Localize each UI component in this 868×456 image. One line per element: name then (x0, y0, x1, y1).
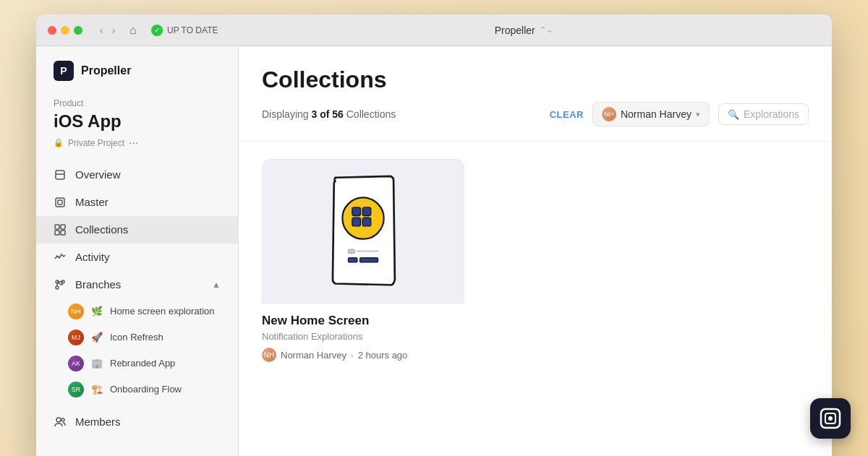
user-filter-dropdown[interactable]: NH Norman Harvey ▾ (592, 102, 710, 126)
branch-item-home-exploration[interactable]: NH 🌿 Home screen exploration (36, 298, 238, 324)
title-bar: ‹ › ⌂ ✓ UP TO DATE Propeller ⌃⌄ (36, 14, 832, 46)
content-meta: Displaying 3 of 56 Collections CLEAR NH … (262, 102, 809, 126)
svg-rect-22 (360, 258, 378, 262)
svg-rect-21 (348, 258, 357, 262)
collection-card[interactable]: New Home Screen Notification Exploration… (262, 159, 464, 372)
abstract-app-icon[interactable] (810, 398, 851, 439)
project-label: Product (54, 98, 221, 108)
clear-button[interactable]: CLEAR (550, 109, 584, 120)
phone-sketch-svg (316, 170, 410, 293)
author-name: Norman Harvey (281, 350, 346, 361)
svg-point-12 (56, 418, 61, 422)
svg-rect-5 (61, 225, 65, 229)
time-ago: 2 hours ago (358, 350, 408, 361)
traffic-lights (48, 26, 82, 35)
minimize-button[interactable] (61, 26, 69, 35)
filters: CLEAR NH Norman Harvey ▾ 🔍 Explorations (550, 102, 809, 126)
window-title: Propeller ⌃⌄ (226, 25, 820, 36)
activity-label: Activity (75, 251, 110, 263)
content-header: Collections Displaying 3 of 56 Collectio… (239, 46, 832, 142)
lock-icon: 🔒 (54, 138, 64, 147)
project-meta: 🔒 Private Project ··· (54, 137, 221, 150)
branches-label: Branches (75, 278, 121, 291)
branch-icon-4: 🏗️ (91, 384, 103, 395)
project-meta-text: Private Project (68, 138, 124, 148)
branch-icon-1: 🌿 (91, 306, 103, 317)
collections-icon (54, 223, 67, 236)
branch-icon-3: 🏢 (91, 358, 103, 369)
sidebar: P Propeller Product iOS App 🔒 Private Pr… (36, 46, 239, 456)
sidebar-nav: Overview Master (36, 161, 238, 456)
members-icon (54, 416, 67, 429)
home-button[interactable]: ⌂ (129, 24, 137, 37)
branch-avatar-4: SR (68, 382, 84, 397)
svg-rect-3 (58, 200, 62, 205)
sidebar-item-master[interactable]: Master (36, 189, 238, 216)
svg-point-9 (56, 286, 59, 289)
sync-status: ✓ UP TO DATE (151, 25, 218, 36)
dropdown-chevron-icon: ▾ (696, 110, 700, 119)
main-layout: P Propeller Product iOS App 🔒 Private Pr… (36, 46, 832, 456)
card-author: NH Norman Harvey · 2 hours ago (262, 348, 464, 362)
svg-rect-18 (362, 218, 371, 226)
more-options-button[interactable]: ··· (129, 137, 138, 150)
sidebar-item-branches[interactable]: Branches ▲ (36, 271, 238, 298)
branch-avatar-3: AK (68, 356, 84, 371)
app-name: Propeller (81, 64, 131, 77)
card-preview (262, 159, 464, 304)
branches-list: NH 🌿 Home screen exploration MJ 🚀 Icon R… (36, 298, 238, 408)
content-body: New Home Screen Notification Exploration… (239, 142, 832, 456)
card-subtitle: Notification Explorations (262, 331, 464, 342)
sidebar-logo: P Propeller (36, 46, 238, 93)
svg-rect-6 (55, 231, 59, 235)
app-window: ‹ › ⌂ ✓ UP TO DATE Propeller ⌃⌄ P Propel… (36, 14, 832, 456)
author-avatar: NH (262, 348, 276, 362)
author-separator: · (351, 350, 354, 361)
svg-rect-2 (56, 198, 64, 207)
back-button[interactable]: ‹ (97, 23, 106, 38)
branch-avatar-1: NH (68, 304, 84, 319)
close-button[interactable] (48, 26, 56, 35)
search-icon: 🔍 (728, 109, 739, 120)
branch-item-icon-refresh[interactable]: MJ 🚀 Icon Refresh (36, 324, 238, 350)
card-info: New Home Screen Notification Exploration… (262, 304, 464, 372)
branch-item-onboarding-flow[interactable]: SR 🏗️ Onboarding Flow (36, 377, 238, 403)
content-area: Collections Displaying 3 of 56 Collectio… (239, 46, 832, 456)
branch-label-1: Home screen exploration (110, 306, 215, 317)
svg-rect-19 (348, 249, 354, 253)
svg-rect-4 (55, 225, 59, 229)
svg-rect-17 (352, 218, 361, 226)
activity-icon (54, 251, 67, 264)
maximize-button[interactable] (74, 26, 82, 35)
sidebar-item-activity[interactable]: Activity (36, 244, 238, 271)
project-section: Product iOS App 🔒 Private Project ··· (36, 93, 238, 161)
overview-label: Overview (75, 168, 121, 181)
branch-avatar-2: MJ (68, 330, 84, 345)
branch-label-3: Rebranded App (110, 358, 175, 369)
svg-rect-0 (56, 171, 64, 179)
sidebar-item-overview[interactable]: Overview (36, 161, 238, 189)
master-icon (54, 196, 67, 209)
svg-rect-15 (352, 207, 361, 216)
displaying-count: Displaying 3 of 56 Collections (262, 108, 396, 120)
collections-label: Collections (75, 223, 128, 236)
members-label: Members (75, 416, 121, 428)
overview-icon (54, 168, 67, 181)
nav-arrows: ‹ › (97, 23, 118, 38)
forward-button[interactable]: › (109, 23, 119, 38)
sync-icon: ✓ (151, 25, 163, 36)
master-label: Master (75, 196, 109, 208)
svg-rect-7 (61, 231, 65, 235)
branch-item-rebranded-app[interactable]: AK 🏢 Rebranded App (36, 350, 238, 377)
svg-point-25 (828, 416, 833, 421)
title-chevron-icon: ⌃⌄ (540, 25, 553, 35)
search-text: Explorations (744, 108, 799, 120)
branch-icon-2: 🚀 (91, 332, 103, 343)
svg-point-13 (61, 418, 64, 421)
branches-toggle-icon: ▲ (212, 280, 221, 290)
branch-label-2: Icon Refresh (110, 332, 163, 343)
sidebar-item-members[interactable]: Members (36, 408, 238, 436)
card-title: New Home Screen (262, 314, 464, 328)
search-box[interactable]: 🔍 Explorations (718, 103, 809, 125)
sidebar-item-collections[interactable]: Collections (36, 216, 238, 244)
